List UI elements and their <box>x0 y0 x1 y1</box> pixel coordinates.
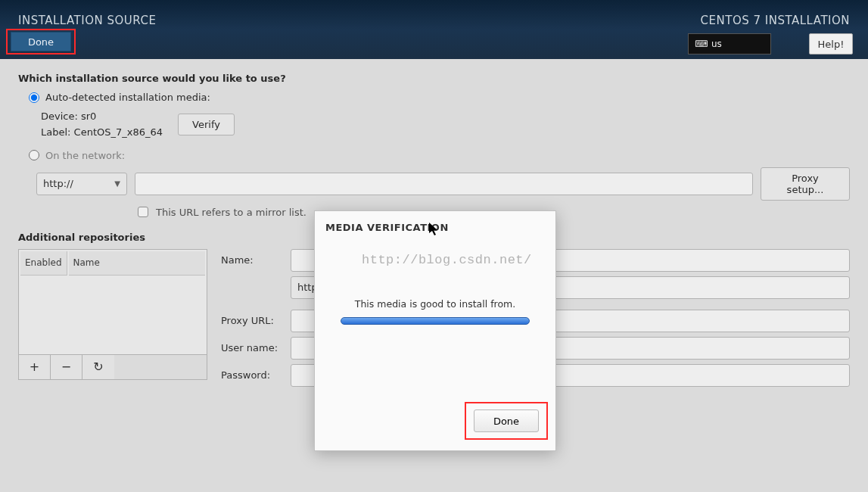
repo-name-label: Name: <box>221 254 283 266</box>
help-button[interactable]: Help! <box>809 33 853 54</box>
modal-message: This media is good to install from. <box>325 298 545 310</box>
password-label: Password: <box>221 369 283 381</box>
remove-repo-button[interactable]: − <box>51 355 82 379</box>
col-name-header: Name <box>69 251 206 276</box>
network-label: On the network: <box>45 150 125 161</box>
auto-media-label: Auto-detected installation media: <box>45 92 210 103</box>
username-label: User name: <box>221 342 283 353</box>
repo-list-panel: Enabled Name + − ↻ <box>18 249 207 391</box>
mirror-list-checkbox[interactable] <box>138 207 148 217</box>
auto-media-radio[interactable] <box>29 92 39 103</box>
modal-done-button[interactable]: Done <box>474 409 539 432</box>
chevron-down-icon: ▼ <box>114 179 120 188</box>
refresh-repo-button[interactable]: ↻ <box>82 355 114 379</box>
keyboard-icon: ⌨ <box>695 39 707 49</box>
proxy-url-label: Proxy URL: <box>221 315 283 326</box>
protocol-select[interactable]: http:// ▼ <box>36 173 127 195</box>
modal-title: MEDIA VERIFICATION <box>325 222 545 233</box>
top-bar: INSTALLATION SOURCE CENTOS 7 INSTALLATIO… <box>0 0 868 59</box>
media-details-text: Device: sr0 Label: CentOS_7_x86_64 <box>41 109 163 141</box>
modal-done-highlight-box: Done <box>465 402 548 440</box>
installer-title: CENTOS 7 INSTALLATION <box>701 14 850 27</box>
repo-table-empty <box>20 277 205 353</box>
done-button[interactable]: Done <box>11 32 71 51</box>
mirror-list-label: This URL refers to a mirror list. <box>156 207 306 218</box>
add-repo-button[interactable]: + <box>19 355 51 379</box>
network-radio[interactable] <box>29 150 39 160</box>
device-label: Device: <box>41 111 78 122</box>
source-question: Which installation source would you like… <box>18 73 850 84</box>
keyboard-layout-indicator[interactable]: ⌨ us <box>688 33 771 54</box>
label-label: Label: <box>41 126 70 138</box>
proxy-setup-button[interactable]: Proxy setup... <box>761 167 850 201</box>
url-input[interactable] <box>135 173 753 195</box>
keyboard-layout-label: us <box>711 39 722 49</box>
progress-bar <box>341 317 530 325</box>
label-value: CentOS_7_x86_64 <box>74 126 163 138</box>
page-title: INSTALLATION SOURCE <box>18 14 156 27</box>
media-verification-dialog: MEDIA VERIFICATION This media is good to… <box>314 210 556 451</box>
device-value: sr0 <box>81 111 96 122</box>
protocol-selected-value: http:// <box>43 178 73 189</box>
col-enabled-header: Enabled <box>20 251 67 276</box>
repo-table[interactable]: Enabled Name <box>18 249 207 355</box>
verify-button[interactable]: Verify <box>178 114 235 135</box>
